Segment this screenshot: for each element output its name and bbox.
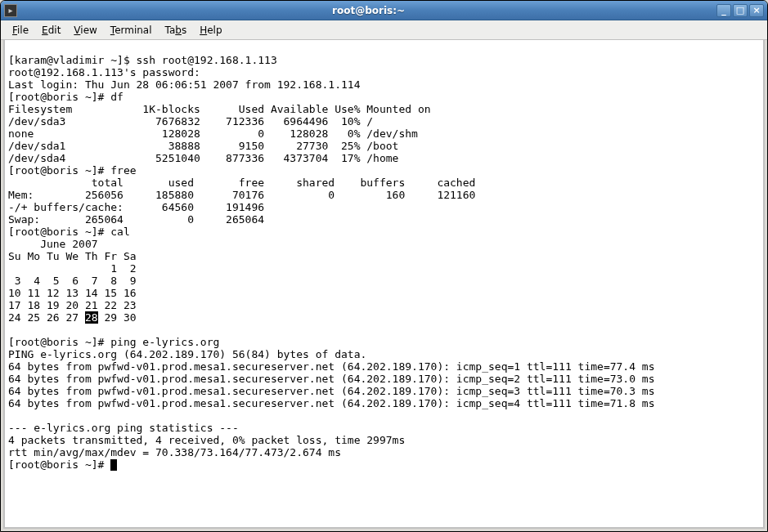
cmd: ping e-lyrics.org: [110, 336, 219, 348]
window-controls: _ □ ×: [716, 4, 764, 17]
free-header: total used free shared buffers cached: [8, 177, 475, 189]
terminal-line: root@192.168.1.113's password:: [8, 66, 200, 78]
cal-pre: 24 25 26 27: [8, 311, 85, 324]
terminal-line: [root@boris ~]# free: [8, 164, 137, 177]
terminal-line: [root@boris ~]#: [8, 458, 117, 471]
terminal-line: [root@boris ~]# df: [8, 91, 124, 103]
ping-stats-header: --- e-lyrics.org ping statistics ---: [8, 422, 239, 434]
menu-file[interactable]: File: [6, 23, 35, 38]
titlebar[interactable]: ▸ root@boris:~ _ □ ×: [1, 1, 767, 20]
cal-week: 10 11 12 13 14 15 16: [8, 287, 137, 299]
close-button[interactable]: ×: [749, 4, 764, 17]
window-title: root@boris:~: [20, 5, 716, 16]
ping-reply: 64 bytes from pwfwd-v01.prod.mesa1.secur…: [8, 385, 655, 397]
cal-week: 3 4 5 6 7 8 9: [8, 275, 137, 287]
ping-reply: 64 bytes from pwfwd-v01.prod.mesa1.secur…: [8, 360, 655, 373]
terminal-window: ▸ root@boris:~ _ □ × File Edit View Term…: [0, 0, 768, 532]
cal-week: 17 18 19 20 21 22 23: [8, 299, 137, 311]
prompt: [root@boris ~]#: [8, 226, 110, 238]
prompt: [karam@vladimir ~]$: [8, 54, 137, 66]
cal-week: 1 2: [8, 262, 137, 275]
prompt: [root@boris ~]#: [8, 458, 110, 471]
terminal-line: Last login: Thu Jun 28 06:06:51 2007 fro…: [8, 78, 360, 91]
free-row: Mem: 256056 185880 70176 0 160 121160: [8, 189, 475, 201]
cmd: ssh root@192.168.1.113: [137, 54, 277, 66]
df-header: Filesystem 1K-blocks Used Available Use%…: [8, 103, 431, 115]
menubar: File Edit View Terminal Tabs Help: [1, 20, 767, 40]
terminal-line: [root@boris ~]# ping e-lyrics.org: [8, 336, 219, 348]
df-row: /dev/sda4 5251040 877336 4373704 17% /ho…: [8, 152, 398, 164]
menu-help[interactable]: Help: [193, 23, 228, 38]
df-row: /dev/sda3 7676832 712336 6964496 10% /: [8, 115, 373, 127]
ping-stats: rtt min/avg/max/mdev = 70.338/73.164/77.…: [8, 446, 341, 458]
cal-title: June 2007: [8, 238, 98, 250]
cal-post: 29 30: [98, 311, 137, 324]
menu-tabs[interactable]: Tabs: [159, 23, 194, 38]
prompt: [root@boris ~]#: [8, 91, 110, 103]
cal-today: 28: [85, 311, 98, 324]
terminal-output[interactable]: [karam@vladimir ~]$ ssh root@192.168.1.1…: [3, 40, 765, 529]
ping-header: PING e-lyrics.org (64.202.189.170) 56(84…: [8, 348, 366, 360]
cmd: free: [110, 164, 136, 177]
ping-reply: 64 bytes from pwfwd-v01.prod.mesa1.secur…: [8, 373, 655, 385]
terminal-line: [karam@vladimir ~]$ ssh root@192.168.1.1…: [8, 54, 277, 66]
ping-reply: 64 bytes from pwfwd-v01.prod.mesa1.secur…: [8, 397, 655, 409]
terminal-line: [root@boris ~]# cal: [8, 226, 130, 238]
menu-edit[interactable]: Edit: [35, 23, 67, 38]
cursor-block: [110, 459, 117, 471]
maximize-button[interactable]: □: [733, 4, 748, 17]
cal-week: 24 25 26 27 28 29 30: [8, 311, 137, 324]
ping-stats: 4 packets transmitted, 4 received, 0% pa…: [8, 434, 405, 446]
cmd: df: [110, 91, 124, 103]
free-row: -/+ buffers/cache: 64560 191496: [8, 201, 264, 213]
df-row: none 128028 0 128028 0% /dev/shm: [8, 127, 418, 140]
free-row: Swap: 265064 0 265064: [8, 213, 264, 226]
minimize-button[interactable]: _: [716, 4, 731, 17]
df-row: /dev/sda1 38888 9150 27730 25% /boot: [8, 140, 398, 152]
app-icon: ▸: [4, 4, 17, 17]
menu-terminal[interactable]: Terminal: [104, 23, 159, 38]
cal-days: Su Mo Tu We Th Fr Sa: [8, 250, 137, 262]
prompt: [root@boris ~]#: [8, 336, 110, 348]
prompt: [root@boris ~]#: [8, 164, 110, 177]
menu-view[interactable]: View: [67, 23, 103, 38]
cmd: cal: [110, 226, 129, 238]
